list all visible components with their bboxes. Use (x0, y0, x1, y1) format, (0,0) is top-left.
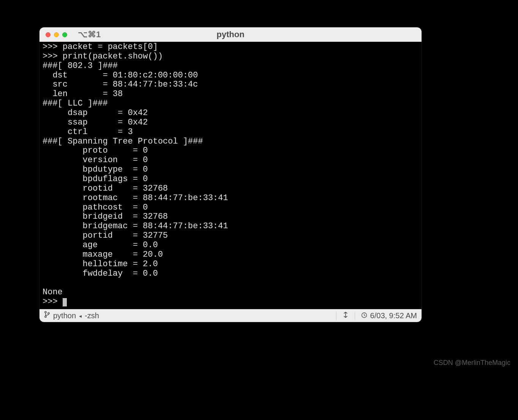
terminal-line: ctrl = 3 (43, 127, 133, 137)
terminal-line: ###[ LLC ]### (43, 99, 108, 108)
minimize-button[interactable] (54, 32, 59, 37)
terminal-line: ###[ 802.3 ]### (43, 61, 118, 71)
terminal-line: pathcost = 0 (43, 203, 148, 212)
clock-icon (361, 311, 367, 320)
terminal-line: age = 0.0 (43, 240, 158, 250)
terminal-line: hellotime = 2.0 (43, 259, 158, 269)
terminal-line: dst = 01:80:c2:00:00:00 (43, 71, 198, 80)
terminal-content[interactable]: >>> packet = packets[0] >>> print(packet… (39, 42, 422, 309)
svg-point-0 (45, 311, 46, 313)
svg-point-1 (45, 316, 46, 317)
terminal-line: maxage = 20.0 (43, 250, 163, 259)
terminal-line: dsap = 0x42 (43, 108, 148, 118)
terminal-line: fwddelay = 0.0 (43, 269, 158, 278)
terminal-line: len = 38 (43, 89, 123, 99)
terminal-line: ssap = 0x42 (43, 118, 148, 127)
terminal-line: bpdutype = 0 (43, 165, 148, 174)
cursor (63, 298, 67, 306)
separator-icon: ◂ (79, 313, 82, 319)
terminal-line: rootid = 32768 (43, 184, 168, 193)
watermark: CSDN @MerlinTheMagic (434, 359, 510, 367)
terminal-line: src = 88:44:77:be:33:4c (43, 80, 198, 89)
terminal-line: version = 0 (43, 155, 148, 165)
terminal-line: ###[ Spanning Tree Protocol ]### (43, 137, 203, 146)
timestamp: 6/03, 9:52 AM (370, 311, 417, 320)
terminal-line: >>> packet = packets[0] (43, 42, 158, 52)
svg-point-2 (48, 313, 49, 314)
terminal-line: bridgemac = 88:44:77:be:33:41 (43, 221, 228, 231)
terminal-line: None (43, 287, 63, 297)
terminal-line: >>> print(packet.show()) (43, 52, 163, 61)
terminal-line: proto = 0 (43, 146, 148, 155)
statusbar: python ◂ -zsh 6/03, 9:52 AM (39, 309, 422, 322)
split-icon[interactable] (343, 311, 349, 320)
shell-name: -zsh (85, 311, 99, 320)
status-middle (336, 312, 355, 320)
terminal-line: bpduflags = 0 (43, 174, 148, 184)
terminal-line: bridgeid = 32768 (43, 212, 168, 221)
titlebar: ⌥⌘1 python (39, 27, 422, 42)
status-left: python ◂ -zsh (44, 311, 336, 320)
terminal-prompt: >>> (43, 297, 63, 306)
status-right: 6/03, 9:52 AM (355, 312, 417, 320)
window-title: python (216, 30, 244, 39)
terminal-line: rootmac = 88:44:77:be:33:41 (43, 193, 228, 203)
terminal-line: portid = 32775 (43, 231, 168, 240)
fullscreen-button[interactable] (62, 32, 67, 37)
close-button[interactable] (46, 32, 51, 37)
tab-shortcut-label: ⌥⌘1 (78, 30, 101, 39)
branch-icon (44, 311, 50, 320)
traffic-lights (46, 32, 67, 37)
terminal-window: ⌥⌘1 python >>> packet = packets[0] >>> p… (39, 27, 422, 322)
process-name: python (53, 311, 76, 320)
